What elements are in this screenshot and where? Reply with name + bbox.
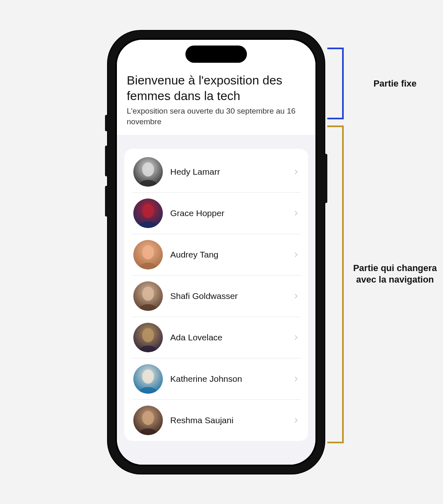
- avatar: [133, 364, 163, 394]
- bracket-navigable: [327, 125, 344, 443]
- svg-point-5: [142, 245, 154, 260]
- list-item-label: Grace Hopper: [170, 208, 286, 218]
- list-item[interactable]: Katherine Johnson: [132, 358, 301, 400]
- silence-switch: [105, 115, 108, 131]
- navigable-content: Hedy Lamarr Grace Hopper Audrey Tang: [117, 135, 315, 465]
- bracket-fixed: [327, 48, 344, 119]
- avatar: [133, 157, 163, 187]
- list-item[interactable]: Ada Lovelace: [132, 317, 301, 358]
- list-item-label: Ada Lovelace: [170, 333, 286, 342]
- phone-bezel: Bienvenue à l'exposition des femmes dans…: [115, 38, 317, 466]
- avatar: [133, 323, 163, 352]
- chevron-right-icon: [293, 210, 299, 216]
- volume-down-button: [105, 186, 108, 217]
- volume-up-button: [105, 146, 108, 176]
- chevron-right-icon: [293, 335, 299, 340]
- list-item-label: Shafi Goldwasser: [170, 291, 286, 301]
- chevron-right-icon: [293, 252, 299, 258]
- chevron-right-icon: [293, 376, 299, 382]
- list-item-label: Audrey Tang: [170, 250, 286, 260]
- list-item-label: Reshma Saujani: [170, 415, 286, 425]
- chevron-right-icon: [293, 169, 299, 175]
- svg-point-11: [142, 369, 154, 384]
- svg-point-1: [142, 162, 154, 177]
- avatar: [133, 281, 163, 311]
- avatar: [133, 406, 163, 435]
- list-item[interactable]: Audrey Tang: [132, 234, 301, 276]
- list-item[interactable]: Grace Hopper: [132, 193, 301, 234]
- annotation-navigable: Partie qui changera avec la navigation: [352, 262, 438, 285]
- people-list: Hedy Lamarr Grace Hopper Audrey Tang: [124, 149, 308, 441]
- page-title: Bienvenue à l'exposition des femmes dans…: [127, 73, 306, 103]
- list-item-label: Hedy Lamarr: [170, 167, 286, 177]
- svg-point-13: [142, 411, 154, 425]
- avatar: [133, 198, 163, 228]
- svg-point-3: [142, 204, 154, 218]
- list-item[interactable]: Reshma Saujani: [132, 400, 301, 441]
- chevron-right-icon: [293, 417, 299, 423]
- phone-frame: Bienvenue à l'exposition des femmes dans…: [108, 31, 324, 474]
- avatar: [133, 240, 163, 269]
- page-subtitle: L'exposition sera ouverte du 30 septembr…: [127, 106, 306, 127]
- chevron-right-icon: [293, 293, 299, 299]
- list-item[interactable]: Hedy Lamarr: [132, 149, 301, 193]
- svg-point-7: [142, 287, 154, 301]
- power-button: [324, 154, 327, 203]
- screen: Bienvenue à l'exposition des femmes dans…: [117, 40, 315, 465]
- svg-point-9: [142, 328, 154, 342]
- dynamic-island: [185, 46, 247, 63]
- list-item-label: Katherine Johnson: [170, 374, 286, 384]
- annotation-fixed: Partie fixe: [352, 78, 438, 89]
- list-item[interactable]: Shafi Goldwasser: [132, 276, 301, 317]
